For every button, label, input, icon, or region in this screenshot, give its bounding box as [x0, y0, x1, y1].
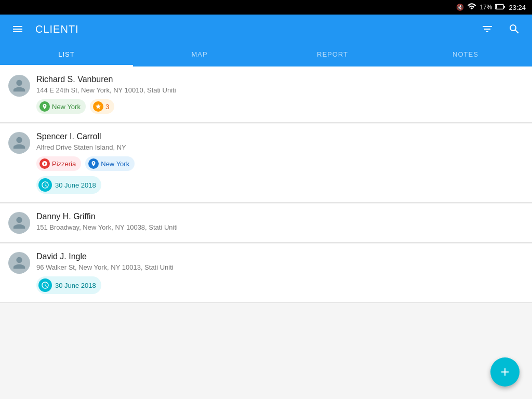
tab-list[interactable]: LIST [0, 44, 133, 65]
avatar [8, 212, 30, 234]
svg-rect-2 [504, 6, 506, 8]
client-name: Richard S. Vanburen [36, 75, 524, 84]
client-info: Spencer I. Carroll Alfred Drive Staten I… [36, 132, 524, 194]
list-item[interactable]: Danny H. Griffin 151 Broadway, New York,… [0, 204, 532, 243]
wifi-icon [467, 3, 476, 12]
location-blue-icon [88, 158, 99, 169]
tab-notes[interactable]: NOTES [399, 44, 532, 65]
star-tag[interactable]: 3 [90, 99, 114, 114]
status-bar: 🔇 17% 23:24 [0, 0, 532, 15]
client-info: David J. Ingle 96 Walker St, New York, N… [36, 252, 524, 294]
tab-report[interactable]: REPORT [266, 44, 399, 65]
client-tags: Pizzeria New York [36, 156, 524, 171]
list-item[interactable]: Richard S. Vanburen 144 E 24th St, New Y… [0, 66, 532, 123]
list-item[interactable]: David J. Ingle 96 Walker St, New York, N… [0, 244, 532, 303]
client-info: Richard S. Vanburen 144 E 24th St, New Y… [36, 75, 524, 114]
star-icon [93, 101, 103, 112]
add-client-button[interactable] [490, 357, 520, 387]
client-tags: 30 June 2018 [36, 276, 524, 294]
svg-rect-1 [496, 5, 497, 8]
mute-icon: 🔇 [456, 4, 464, 11]
client-address: 151 Broadway, New York, NY 10038, Stati … [36, 223, 524, 231]
location-tag[interactable]: New York [36, 99, 86, 114]
clients-list: Richard S. Vanburen 144 E 24th St, New Y… [0, 66, 532, 399]
clock-icon [38, 278, 52, 292]
client-name: Spencer I. Carroll [36, 132, 524, 141]
client-info: Danny H. Griffin 151 Broadway, New York,… [36, 212, 524, 234]
client-name: David J. Ingle [36, 252, 524, 261]
list-item[interactable]: Spencer I. Carroll Alfred Drive Staten I… [0, 124, 532, 203]
search-button[interactable] [505, 20, 524, 38]
date-tag[interactable]: 30 June 2018 [36, 176, 101, 194]
client-address: 96 Walker St, New York, NY 10013, Stati … [36, 263, 524, 271]
client-tags: New York 3 [36, 99, 524, 114]
time-display: 23:24 [509, 4, 526, 11]
clock-icon [38, 178, 52, 192]
avatar [8, 75, 30, 97]
filter-button[interactable] [478, 20, 497, 38]
date-tag[interactable]: 30 June 2018 [36, 276, 101, 294]
app-bar: CLIENTI [0, 15, 532, 44]
tab-bar: LIST MAP REPORT NOTES [0, 44, 532, 66]
pizzeria-icon [39, 158, 50, 169]
tab-map[interactable]: MAP [133, 44, 266, 65]
client-name: Danny H. Griffin [36, 212, 524, 221]
avatar [8, 132, 30, 154]
avatar [8, 252, 30, 274]
location-tag[interactable]: New York [85, 156, 135, 171]
client-address: Alfred Drive Staten Island, NY [36, 143, 524, 151]
battery-icon [495, 4, 506, 11]
menu-button[interactable] [8, 20, 27, 38]
client-date-tags: 30 June 2018 [36, 176, 524, 194]
app-title: CLIENTI [35, 23, 470, 35]
battery-level: 17% [480, 4, 492, 11]
pizzeria-tag[interactable]: Pizzeria [36, 156, 81, 171]
client-address: 144 E 24th St, New York, NY 10010, Stati… [36, 86, 524, 94]
location-icon [39, 101, 50, 112]
